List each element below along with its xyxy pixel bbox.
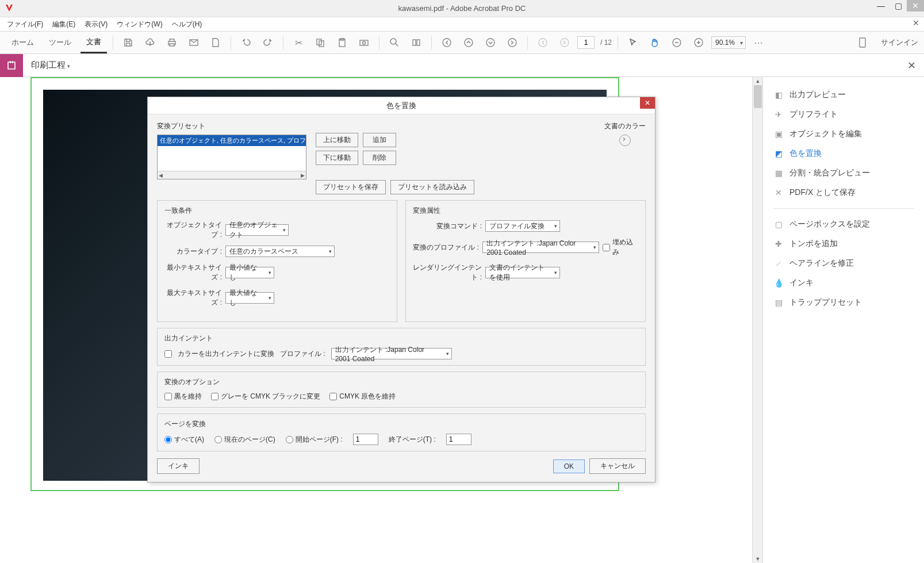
- menu-file[interactable]: ファイル(F): [3, 18, 47, 31]
- rp-page-boxes[interactable]: ▢ページボックスを設定: [769, 215, 918, 234]
- menu-close-icon[interactable]: ✕: [913, 18, 919, 28]
- output-intent-section: 出力インテント カラーを出力インテントに変換 プロファイル : 出力インテント …: [157, 328, 646, 366]
- add-button[interactable]: 追加: [363, 133, 396, 147]
- rp-edit-object[interactable]: ▣オブジェクトを編集: [769, 124, 918, 144]
- menu-edit[interactable]: 編集(E): [49, 18, 79, 31]
- keep-cmyk-checkbox[interactable]: [329, 393, 337, 400]
- next-view-icon[interactable]: [559, 37, 570, 48]
- rp-trap[interactable]: ▤トラッププリセット: [769, 293, 918, 312]
- scroll-thumb[interactable]: [754, 85, 762, 108]
- scroll-down-icon[interactable]: ▼: [753, 555, 763, 563]
- clipboard-icon[interactable]: [336, 37, 348, 48]
- rp-output-preview[interactable]: ◧出力プレビュー: [769, 85, 918, 105]
- tab-tool[interactable]: ツール: [43, 33, 77, 52]
- cut-icon[interactable]: ✂: [293, 37, 304, 48]
- gray-cmyk-checkbox[interactable]: [211, 393, 218, 400]
- hand-tool-icon[interactable]: [649, 37, 661, 48]
- select-tool-icon[interactable]: [627, 37, 639, 48]
- cancel-button[interactable]: キャンセル: [589, 458, 646, 474]
- search-icon[interactable]: [389, 37, 400, 48]
- svg-point-7: [390, 39, 396, 44]
- move-up-button[interactable]: 上に移動: [316, 133, 358, 147]
- min-text-select[interactable]: 最小値なし: [225, 267, 274, 278]
- object-type-select[interactable]: 任意のオブジェクト: [225, 224, 289, 236]
- close-button[interactable]: ✕: [907, 0, 924, 12]
- undo-icon[interactable]: [240, 37, 252, 48]
- copy-icon[interactable]: [315, 37, 326, 48]
- mail-icon[interactable]: [188, 37, 200, 48]
- rp-add-marks[interactable]: ✚トンボを追加: [769, 234, 918, 254]
- signin-link[interactable]: サインイン: [881, 37, 918, 48]
- rp-flattener[interactable]: ▦分割・統合プレビュー: [769, 163, 918, 183]
- menu-window[interactable]: ウィンドウ(W): [113, 18, 166, 31]
- snapshot-icon[interactable]: [358, 37, 370, 48]
- find-icon[interactable]: [411, 37, 422, 48]
- panel-title[interactable]: 印刷工程: [23, 60, 78, 71]
- end-page-input[interactable]: [446, 434, 471, 445]
- start-page-input[interactable]: [353, 434, 378, 445]
- preset-hscroll[interactable]: ◀▶: [158, 171, 306, 179]
- print-icon[interactable]: [166, 37, 178, 48]
- dialog-close-button[interactable]: ✕: [640, 97, 655, 109]
- move-down-button[interactable]: 下に移動: [316, 151, 358, 165]
- all-pages-radio[interactable]: [164, 436, 172, 443]
- zoom-out-icon[interactable]: [671, 37, 683, 48]
- cloud-icon[interactable]: [144, 37, 156, 48]
- print-production-icon[interactable]: [0, 54, 23, 77]
- rp-convert-colors[interactable]: ◩色を置換: [769, 144, 918, 163]
- preset-item[interactable]: 任意のオブジェクト, 任意のカラースペース, プロファイル変換: [158, 135, 306, 146]
- ok-button[interactable]: OK: [553, 459, 585, 473]
- vertical-scrollbar[interactable]: ▲ ▼: [752, 77, 762, 563]
- rp-preflight[interactable]: ✈プリフライト: [769, 105, 918, 124]
- rp-ink[interactable]: 💧インキ: [769, 273, 918, 293]
- mobile-icon[interactable]: [857, 37, 868, 48]
- rp-hairline[interactable]: ⟋ヘアラインを修正: [769, 254, 918, 273]
- current-page-radio[interactable]: [214, 436, 222, 443]
- doc-color-icon[interactable]: [619, 135, 631, 146]
- minimize-button[interactable]: —: [872, 0, 890, 12]
- ink-button[interactable]: インキ: [157, 458, 200, 474]
- delete-button[interactable]: 削除: [363, 151, 396, 165]
- save-icon[interactable]: [122, 37, 134, 48]
- maximize-button[interactable]: ▢: [890, 0, 907, 12]
- zoom-in-icon[interactable]: [693, 37, 704, 48]
- page-number-input[interactable]: [577, 36, 595, 49]
- svg-point-12: [486, 39, 494, 47]
- redo-icon[interactable]: [262, 37, 274, 48]
- range-radio[interactable]: [286, 436, 293, 443]
- match-criteria-fieldset: 一致条件 オブジェクトタイプ :任意のオブジェクト カラータイプ :任意のカラー…: [157, 200, 397, 322]
- output-profile-select[interactable]: 出力インテント :Japan Color 2001 Coated: [331, 348, 452, 359]
- page-icon[interactable]: [210, 37, 221, 48]
- tab-home[interactable]: ホーム: [6, 33, 40, 52]
- rp-save-pdfx[interactable]: ✕PDF/X として保存: [769, 183, 918, 202]
- convert-to-output-checkbox[interactable]: [164, 350, 172, 358]
- ink-icon: 💧: [773, 278, 784, 288]
- current-page-label: 現在のページ(C): [224, 435, 275, 445]
- page-up-icon[interactable]: [463, 37, 474, 48]
- scroll-up-icon[interactable]: ▲: [753, 77, 763, 85]
- load-preset-button[interactable]: プリセットを読み込み: [390, 180, 474, 194]
- zoom-select[interactable]: 90.1%: [711, 36, 746, 49]
- rp-label: インキ: [789, 278, 814, 288]
- convert-command-select[interactable]: プロファイル変換: [485, 220, 560, 232]
- doc-color-label: 文書のカラー: [604, 121, 646, 131]
- render-intent-select[interactable]: 文書のインテントを使用: [485, 267, 560, 278]
- max-text-select[interactable]: 最大値なし: [225, 292, 274, 304]
- close-panel-icon[interactable]: ✕: [907, 59, 916, 72]
- first-page-icon[interactable]: [441, 37, 453, 48]
- keep-cmyk-label: CMYK 原色を維持: [339, 392, 396, 401]
- more-icon[interactable]: ⋯: [753, 37, 764, 48]
- keep-black-checkbox[interactable]: [164, 393, 172, 400]
- save-preset-button[interactable]: プリセットを保存: [316, 180, 386, 194]
- menu-help[interactable]: ヘルプ(H): [168, 18, 206, 31]
- last-page-icon[interactable]: [507, 37, 518, 48]
- menu-view[interactable]: 表示(V): [81, 18, 111, 31]
- embed-checkbox[interactable]: [603, 244, 610, 251]
- color-type-select[interactable]: 任意のカラースペース: [225, 246, 335, 257]
- toolbar: ホーム ツール 文書 ✂ / 12 90.1% ⋯ サインイン: [0, 31, 924, 54]
- prev-view-icon[interactable]: [537, 37, 549, 48]
- preset-list[interactable]: 任意のオブジェクト, 任意のカラースペース, プロファイル変換 ◀▶: [157, 135, 306, 179]
- convert-profile-select[interactable]: 出力インテント :Japan Color 2001 Coated: [482, 242, 599, 253]
- tab-document[interactable]: 文書: [80, 32, 107, 53]
- page-down-icon[interactable]: [485, 37, 496, 48]
